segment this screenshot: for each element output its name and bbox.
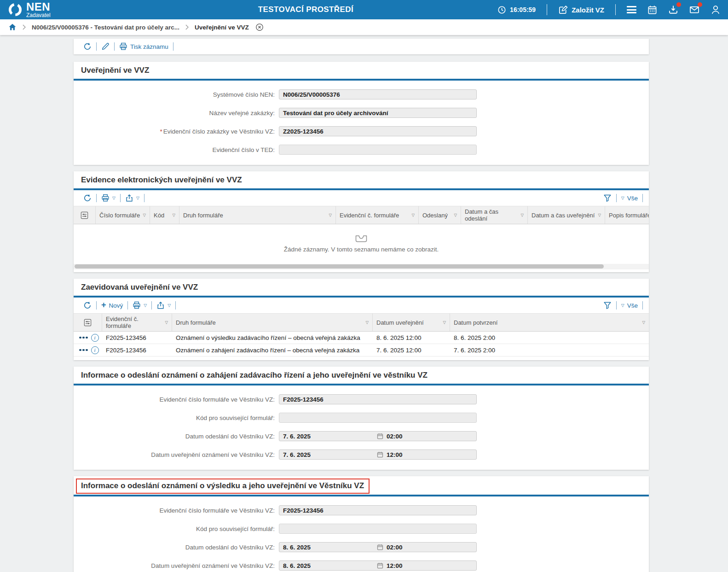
column-settings-button[interactable]	[74, 206, 96, 224]
menu-button[interactable]	[627, 6, 636, 13]
filter-dropdown-icon[interactable]: ▽	[365, 321, 369, 325]
filter-dropdown-icon[interactable]: ▽	[454, 213, 457, 217]
column-header[interactable]: Druh formuláře▽	[172, 314, 373, 331]
filter-button[interactable]	[599, 194, 616, 202]
row-info-button[interactable]: i	[91, 334, 99, 342]
refresh-button[interactable]	[79, 42, 96, 51]
edit-record-button[interactable]	[97, 42, 114, 51]
calendar-button[interactable]	[647, 5, 657, 15]
dropdown-icon: ▽	[168, 304, 171, 308]
field-label: Datum uveřejnění oznámení ve Věstníku VZ…	[74, 562, 279, 569]
user-button[interactable]	[711, 5, 721, 15]
ted-number-field[interactable]	[279, 145, 477, 155]
contract-name-field[interactable]: Testování dat pro účely archivování	[279, 108, 477, 118]
row-actions-button[interactable]	[79, 349, 88, 351]
published-date-field[interactable]: 7. 6. 2025 12:00	[279, 449, 477, 460]
sent-date-field[interactable]: 7. 6. 2025 02:00	[279, 431, 477, 441]
export-list-button[interactable]: ▽	[152, 301, 175, 309]
toolbar-divider	[642, 194, 643, 202]
section-registered: Zaevidovaná uveřejnění ve VVZ + Nový ▽ ▽	[74, 279, 649, 360]
filter-dropdown-icon[interactable]: ▽	[329, 213, 332, 217]
filter-dropdown-icon[interactable]: ▽	[598, 213, 601, 217]
column-settings-icon	[81, 211, 88, 219]
table-row[interactable]: i F2025-123456 Oznámení o výsledku zadáv…	[74, 332, 649, 344]
vvz-number-field[interactable]: Z2025-123456	[279, 126, 477, 136]
form-row: Datum uveřejnění oznámení ve Věstníku VZ…	[74, 560, 649, 571]
cell-form-number: F2025-123456	[102, 347, 172, 354]
create-vz-button[interactable]: Založit VZ	[558, 5, 604, 15]
sent-date-field[interactable]: 8. 6. 2025 02:00	[279, 542, 477, 552]
filter-dropdown-icon[interactable]: ▽	[642, 321, 645, 325]
column-header[interactable]: Popis formuláře	[605, 206, 649, 224]
filter-dropdown-icon[interactable]: ▽	[143, 213, 146, 217]
section-title: Uveřejnění ve VVZ	[74, 62, 649, 79]
cell-form-type: Oznámení o zahájení zadávacího řízení – …	[172, 347, 373, 354]
column-header[interactable]: Evidenční č. formuláře▽	[102, 314, 172, 331]
form-row: Evidenční číslo v TED:	[74, 145, 649, 155]
column-header[interactable]: Číslo formuláře▽	[96, 206, 150, 224]
home-button[interactable]	[8, 23, 17, 31]
view-all-button[interactable]: ▽ Vše	[617, 195, 642, 202]
form-number-field[interactable]: F2025-123456	[279, 505, 477, 515]
form-number-field[interactable]: F2025-123456	[279, 394, 477, 404]
related-form-code-field[interactable]	[279, 524, 477, 534]
toolbar-divider	[144, 194, 144, 202]
section-publication: Uveřejnění ve VVZ Systémové číslo NEN: N…	[74, 62, 649, 165]
filter-dropdown-icon[interactable]: ▽	[411, 213, 415, 217]
new-record-button[interactable]: + Nový	[97, 302, 127, 309]
breadcrumb-current: Uveřejnění ve VVZ	[195, 24, 249, 31]
section-info-initiation: Informace o odeslání oznámení o zahájení…	[74, 367, 649, 470]
table-row[interactable]: i F2025-123456 Oznámení o zahájení zadáv…	[74, 344, 649, 356]
form-row: Datum odeslání do Věstníku VZ: 7. 6. 202…	[74, 431, 649, 441]
toolbar-divider	[127, 301, 128, 309]
cell-form-number: F2025-123456	[102, 334, 172, 341]
downloads-button[interactable]	[668, 5, 678, 15]
time-value: 12:00	[387, 562, 403, 569]
filter-dropdown-icon[interactable]: ▽	[172, 213, 175, 217]
related-form-code-field[interactable]	[279, 413, 477, 423]
refresh-button[interactable]	[79, 301, 96, 309]
cell-form-type: Oznámení o výsledku zadávacího řízení – …	[172, 334, 373, 341]
horizontal-scrollbar-thumb[interactable]	[75, 264, 604, 268]
toolbar-divider	[642, 301, 643, 309]
print-list-button[interactable]: ▽	[97, 194, 120, 202]
nen-logo[interactable]: NEN Zadavatel	[8, 1, 51, 18]
row-info-button[interactable]: i	[91, 346, 99, 354]
messages-button[interactable]	[689, 5, 699, 15]
column-header[interactable]: Datum uveřejnění▽	[373, 314, 450, 331]
export-list-button[interactable]: ▽	[121, 194, 144, 202]
printer-icon	[133, 301, 141, 309]
filter-dropdown-icon[interactable]: ▽	[165, 321, 168, 325]
row-actions-button[interactable]	[79, 337, 88, 339]
section-info-result: Informace o odeslání oznámení o výsledku…	[74, 476, 649, 572]
column-header[interactable]: Evidenční č. formuláře▽	[336, 206, 419, 224]
refresh-button[interactable]	[79, 194, 96, 202]
field-label: Datum uveřejnění oznámení ve Věstníku VZ…	[74, 451, 279, 458]
filter-button[interactable]	[599, 301, 616, 309]
column-header[interactable]: Odeslaný▽	[419, 206, 461, 224]
view-all-button[interactable]: ▽ Vše	[617, 302, 642, 309]
column-header[interactable]: Datum a čas odeslání▽	[461, 206, 528, 224]
published-date-field[interactable]: 8. 6. 2025 12:00	[279, 560, 477, 571]
column-header[interactable]: Druh formuláře▽	[179, 206, 336, 224]
view-all-label: Vše	[627, 195, 638, 202]
filter-dropdown-icon[interactable]: ▽	[443, 321, 446, 325]
clock-icon	[497, 6, 506, 14]
column-header[interactable]: Kód▽	[150, 206, 179, 224]
system-number-field[interactable]: N006/25/V00005376	[279, 89, 477, 99]
horizontal-scrollbar-track[interactable]	[74, 264, 649, 269]
column-header[interactable]: Datum potvrzení▽	[450, 314, 649, 331]
print-record-button[interactable]: Tisk záznamu	[115, 42, 173, 51]
calendar-small-icon	[377, 451, 383, 458]
filter-dropdown-icon[interactable]: ▽	[520, 213, 524, 217]
section-evidence: Evidence elektronických uveřejnění ve VV…	[74, 171, 649, 272]
funnel-icon	[603, 301, 612, 309]
form-row: Kód pro související formulář:	[74, 413, 649, 423]
print-list-button[interactable]: ▽	[128, 301, 151, 309]
chevron-right-icon	[22, 24, 26, 30]
breadcrumb-item-procurement[interactable]: N006/25/V00005376 - Testování dat pro úč…	[32, 24, 179, 31]
column-settings-button[interactable]	[74, 314, 102, 331]
close-tab-button[interactable]	[255, 23, 264, 31]
cell-published-date: 8. 6. 2025 12:00	[373, 334, 450, 341]
column-header[interactable]: Datum a čas uveřejnění▽	[528, 206, 605, 224]
